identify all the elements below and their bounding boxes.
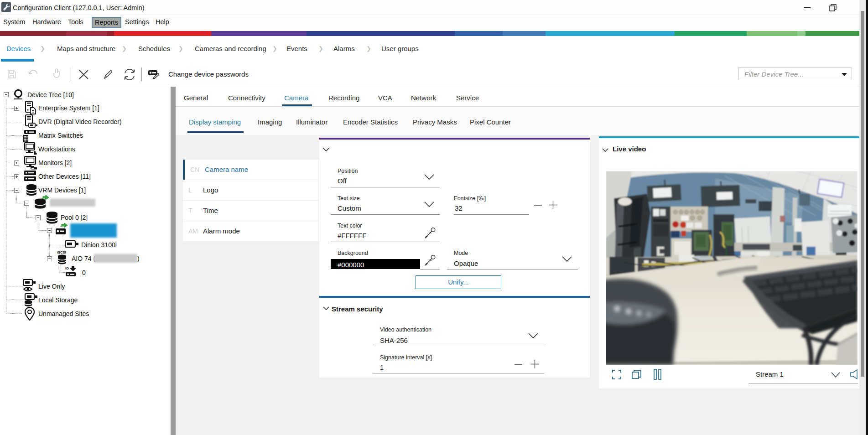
svg-text:iSCSI: iSCSI bbox=[57, 250, 66, 254]
svg-text:ID: ID bbox=[65, 266, 69, 270]
